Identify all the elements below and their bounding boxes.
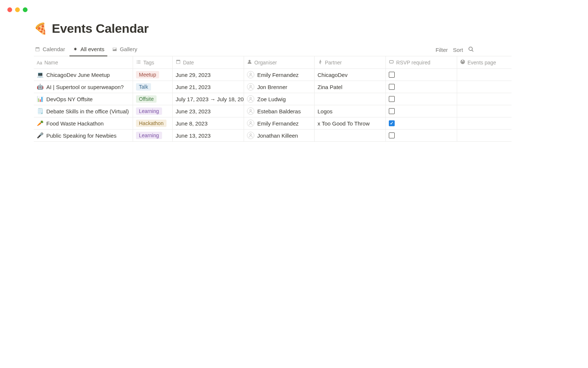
column-header-eventspage[interactable]: Events page (457, 56, 512, 68)
svg-point-5 (250, 121, 252, 123)
cell-events-page[interactable] (457, 130, 512, 141)
person-icon (247, 59, 252, 66)
column-label: Date (183, 60, 194, 66)
table-row[interactable]: 💻 ChicagoDev June Meetup Meetup June 29,… (34, 69, 512, 81)
cell-events-page[interactable] (457, 93, 512, 105)
avatar-icon (247, 95, 254, 103)
cell-organiser[interactable]: Jon Brenner (244, 81, 315, 93)
cell-tags[interactable]: Talk (133, 81, 173, 93)
tab-gallery[interactable]: Gallery (111, 44, 138, 56)
table-row[interactable]: 🤖 AI | Supertool or superweapon? Talk Ju… (34, 81, 512, 93)
cell-tags[interactable]: Learning (133, 105, 173, 117)
organiser-name: Emily Fernandez (257, 120, 299, 127)
maximize-icon[interactable] (23, 7, 28, 12)
cell-date[interactable]: June 13, 2023 (173, 130, 244, 141)
rsvp-checkbox[interactable] (389, 120, 395, 126)
rsvp-checkbox[interactable] (389, 132, 395, 138)
date-text: June 29, 2023 (176, 72, 211, 78)
event-name: Food Waste Hackathon (46, 120, 104, 127)
cell-name[interactable]: 🥕 Food Waste Hackathon (34, 117, 133, 129)
cell-rsvp[interactable] (386, 105, 457, 117)
cell-rsvp[interactable] (386, 81, 457, 93)
cell-date[interactable]: July 17, 2023 → July 18, 2023 (173, 93, 244, 105)
organiser-name: Jon Brenner (257, 84, 287, 90)
page-title[interactable]: Events Calendar (52, 21, 148, 36)
cell-organiser[interactable]: Jonathan Killeen (244, 130, 315, 141)
cell-rsvp[interactable] (386, 130, 457, 141)
sort-button[interactable]: Sort (453, 47, 463, 53)
cell-events-page[interactable] (457, 81, 512, 93)
table-row[interactable]: 🗒️ Debate Skills in the office (Virtual)… (34, 105, 512, 117)
cell-rsvp[interactable] (386, 69, 457, 81)
checkbox-icon (389, 59, 394, 66)
column-header-partner[interactable]: Partner (315, 56, 386, 68)
column-label: Name (44, 60, 58, 66)
cell-tags[interactable]: Learning (133, 130, 173, 141)
column-header-tags[interactable]: Tags (133, 56, 173, 68)
row-emoji-icon: 🎤 (37, 132, 43, 139)
search-icon[interactable] (468, 46, 474, 53)
cell-tags[interactable]: Offsite (133, 93, 173, 105)
table-row[interactable]: 🎤 Public Speaking for Newbies Learning J… (34, 130, 512, 142)
cell-events-page[interactable] (457, 117, 512, 129)
column-header-organiser[interactable]: Organiser (244, 56, 315, 68)
date-text: June 21, 2023 (176, 84, 211, 90)
cell-organiser[interactable]: Zoe Ludwig (244, 93, 315, 105)
row-emoji-icon: 📊 (37, 96, 43, 102)
cell-events-page[interactable] (457, 69, 512, 81)
column-header-rsvp[interactable]: RSVP required (386, 56, 457, 68)
avatar-icon (247, 83, 254, 91)
table-row[interactable]: 📊 DevOps NY Offsite Offsite July 17, 202… (34, 93, 512, 105)
cell-partner[interactable]: Logos (315, 105, 386, 117)
cell-date[interactable]: June 23, 2023 (173, 105, 244, 117)
tag-badge: Offsite (136, 95, 157, 103)
cell-name[interactable]: 🤖 AI | Supertool or superweapon? (34, 81, 133, 93)
filter-button[interactable]: Filter (435, 47, 448, 53)
page-emoji-icon[interactable]: 🍕 (34, 23, 47, 34)
cell-organiser[interactable]: Esteban Balderas (244, 105, 315, 117)
rsvp-checkbox[interactable] (389, 96, 395, 102)
rsvp-checkbox[interactable] (389, 72, 395, 78)
tab-all[interactable]: All events (72, 44, 105, 56)
svg-point-3 (250, 97, 252, 99)
aa-icon: Aa (37, 60, 42, 66)
tab-label: Gallery (120, 46, 137, 52)
cell-tags[interactable]: Meetup (133, 69, 173, 81)
tab-calendar[interactable]: Calendar (34, 44, 66, 56)
event-name: DevOps NY Offsite (46, 96, 93, 102)
close-icon[interactable] (7, 7, 12, 12)
svg-rect-0 (390, 61, 394, 63)
cell-partner[interactable]: Zina Patel (315, 81, 386, 93)
cell-name[interactable]: 🗒️ Debate Skills in the office (Virtual) (34, 105, 133, 117)
events-table: AaNameTagsDateOrganiserPartnerRSVP requi… (34, 56, 512, 142)
cell-rsvp[interactable] (386, 117, 457, 129)
cell-rsvp[interactable] (386, 93, 457, 105)
cell-tags[interactable]: Hackathon (133, 117, 173, 129)
rsvp-checkbox[interactable] (389, 108, 395, 114)
cell-partner[interactable]: x Too Good To Throw (315, 117, 386, 129)
asterisk-icon (72, 46, 78, 52)
row-emoji-icon: 🗒️ (37, 108, 43, 114)
calendar-icon (176, 59, 181, 66)
column-header-date[interactable]: Date (173, 56, 244, 68)
cell-name[interactable]: 💻 ChicagoDev June Meetup (34, 69, 133, 81)
cell-partner[interactable] (315, 130, 386, 141)
cell-date[interactable]: June 21, 2023 (173, 81, 244, 93)
cell-organiser[interactable]: Emily Fernandez (244, 117, 315, 129)
partner-text: ChicagoDev (318, 72, 348, 78)
cell-name[interactable]: 🎤 Public Speaking for Newbies (34, 130, 133, 141)
table-body: 💻 ChicagoDev June Meetup Meetup June 29,… (34, 69, 512, 142)
cell-organiser[interactable]: Emily Fernandez (244, 69, 315, 81)
cell-partner[interactable]: ChicagoDev (315, 69, 386, 81)
minimize-icon[interactable] (15, 7, 20, 12)
rsvp-checkbox[interactable] (389, 84, 395, 90)
cell-date[interactable]: June 8, 2023 (173, 117, 244, 129)
cell-partner[interactable] (315, 93, 386, 105)
cell-name[interactable]: 📊 DevOps NY Offsite (34, 93, 133, 105)
date-text: June 8, 2023 (176, 120, 208, 127)
column-header-name[interactable]: AaName (34, 56, 133, 68)
table-row[interactable]: 🥕 Food Waste Hackathon Hackathon June 8,… (34, 117, 512, 130)
partner-text: Zina Patel (318, 84, 343, 90)
cell-events-page[interactable] (457, 105, 512, 117)
cell-date[interactable]: June 29, 2023 (173, 69, 244, 81)
